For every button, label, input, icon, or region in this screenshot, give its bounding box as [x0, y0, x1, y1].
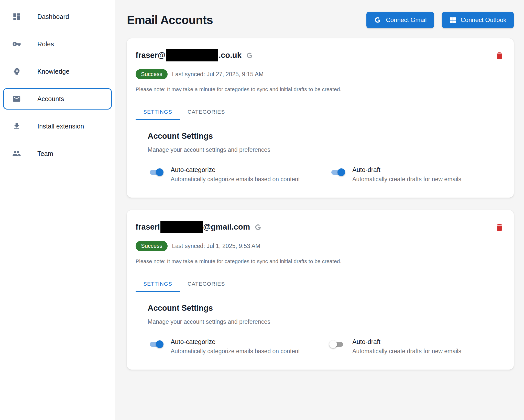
auto-categorize-setting: Auto-categorize Automatically categorize…: [148, 166, 329, 183]
connect-outlook-button[interactable]: Connect Outlook: [442, 12, 514, 28]
account-email-text: fraser@.co.uk: [136, 49, 242, 61]
account-card-header: fraser@.co.uk: [136, 49, 505, 62]
connect-gmail-label: Connect Gmail: [386, 16, 427, 24]
microsoft-grid-icon: [449, 17, 456, 24]
toggle-description: Automatically categorize emails based on…: [171, 176, 300, 183]
sidebar-item-roles[interactable]: Roles: [0, 33, 115, 55]
status-badge: Success: [136, 69, 168, 79]
section-title: Account Settings: [148, 132, 505, 141]
toggle-description: Automatically categorize emails based on…: [171, 348, 300, 355]
sidebar-item-knowledge[interactable]: Knowledge: [0, 61, 115, 82]
auto-draft-toggle[interactable]: [329, 339, 345, 349]
google-g-icon: [246, 51, 254, 59]
header-buttons: Connect Gmail Connect Outlook: [366, 12, 514, 28]
auto-draft-setting: Auto-draft Automatically create drafts f…: [329, 166, 461, 183]
sidebar-item-dashboard[interactable]: Dashboard: [0, 6, 115, 27]
delete-account-button[interactable]: [494, 50, 505, 62]
last-synced-text: Last synced: Jul 1, 2025, 9:53 AM: [172, 243, 260, 250]
account-settings-section: Account Settings Manage your account set…: [136, 292, 505, 355]
auto-categorize-toggle[interactable]: [148, 167, 163, 177]
account-card: fraser@.co.uk Success Last synced: Jul 2…: [127, 38, 514, 198]
status-row: Success Last synced: Jul 1, 2025, 9:53 A…: [136, 241, 505, 251]
sidebar: Dashboard Roles Knowledge Accounts Insta…: [0, 0, 115, 420]
toggle-description: Automatically create drafts for new emai…: [352, 176, 461, 183]
toggle-label: Auto-categorize: [171, 338, 300, 346]
auto-categorize-setting: Auto-categorize Automatically categorize…: [148, 338, 329, 355]
auto-categorize-toggle[interactable]: [148, 339, 163, 349]
delete-account-button[interactable]: [494, 221, 505, 234]
sidebar-item-team[interactable]: Team: [0, 143, 115, 164]
trash-icon: [495, 222, 504, 233]
dashboard-icon: [12, 12, 21, 21]
key-icon: [12, 40, 21, 48]
auto-draft-toggle[interactable]: [329, 167, 345, 177]
sidebar-item-label: Team: [37, 150, 53, 157]
toggle-label: Auto-draft: [352, 166, 461, 174]
sidebar-item-accounts[interactable]: Accounts: [3, 88, 112, 110]
sync-note: Please note: It may take a minute for ca…: [136, 258, 505, 264]
page-header: Email Accounts Connect Gmail Connect Out…: [127, 12, 514, 28]
toggle-grid: Auto-categorize Automatically categorize…: [148, 338, 505, 355]
status-row: Success Last synced: Jul 27, 2025, 9:15 …: [136, 69, 505, 79]
google-g-icon: [254, 223, 262, 231]
tab-bar: SETTINGS CATEGORIES: [136, 104, 505, 120]
status-badge: Success: [136, 241, 168, 251]
sidebar-item-install-extension[interactable]: Install extension: [0, 115, 115, 137]
account-email: fraserl@gmail.com: [136, 221, 262, 233]
connect-outlook-label: Connect Outlook: [461, 16, 506, 24]
sidebar-item-label: Dashboard: [37, 13, 69, 20]
people-icon: [12, 149, 21, 158]
page-title: Email Accounts: [127, 13, 213, 27]
section-subtitle: Manage your account settings and prefere…: [148, 146, 505, 153]
account-card: fraserl@gmail.com Success Last synced: J…: [127, 210, 514, 369]
toggle-description: Automatically create drafts for new emai…: [352, 348, 461, 355]
psychology-icon: [12, 67, 21, 76]
account-settings-section: Account Settings Manage your account set…: [136, 120, 505, 183]
toggle-grid: Auto-categorize Automatically categorize…: [148, 166, 505, 183]
tab-settings[interactable]: SETTINGS: [136, 104, 180, 120]
mail-icon: [12, 94, 21, 103]
account-email: fraser@.co.uk: [136, 49, 254, 61]
main-content: Email Accounts Connect Gmail Connect Out…: [115, 0, 524, 420]
auto-draft-setting: Auto-draft Automatically create drafts f…: [329, 338, 461, 355]
sidebar-item-label: Knowledge: [37, 68, 70, 75]
connect-gmail-button[interactable]: Connect Gmail: [366, 12, 434, 28]
trash-icon: [495, 51, 504, 61]
sync-note: Please note: It may take a minute for ca…: [136, 86, 505, 92]
download-icon: [12, 122, 21, 131]
toggle-label: Auto-draft: [352, 338, 461, 346]
tab-bar: SETTINGS CATEGORIES: [136, 276, 505, 292]
google-g-icon: [374, 16, 381, 24]
tab-categories[interactable]: CATEGORIES: [180, 276, 233, 292]
tab-categories[interactable]: CATEGORIES: [180, 104, 233, 120]
account-email-text: fraserl@gmail.com: [136, 221, 250, 233]
section-title: Account Settings: [148, 304, 505, 313]
tab-settings[interactable]: SETTINGS: [136, 276, 180, 292]
sidebar-item-label: Install extension: [37, 123, 84, 130]
last-synced-text: Last synced: Jul 27, 2025, 9:15 AM: [172, 71, 264, 78]
sidebar-item-label: Accounts: [37, 95, 64, 103]
sidebar-item-label: Roles: [37, 40, 54, 48]
toggle-label: Auto-categorize: [171, 166, 300, 174]
account-card-header: fraserl@gmail.com: [136, 221, 505, 234]
redaction-box: [166, 49, 218, 61]
section-subtitle: Manage your account settings and prefere…: [148, 318, 505, 325]
redaction-box: [160, 221, 203, 233]
